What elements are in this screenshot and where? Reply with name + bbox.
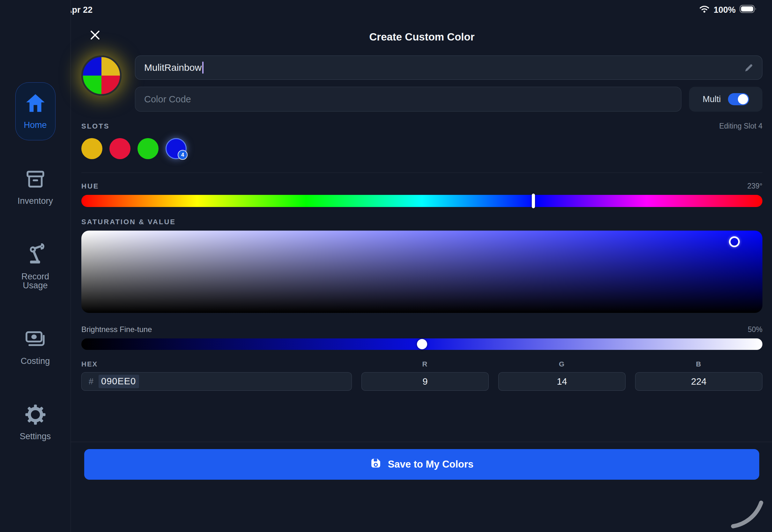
brightness-value: 50% <box>748 325 762 334</box>
brightness-label: Brightness Fine-tune <box>81 325 152 334</box>
hue-slider-thumb[interactable] <box>532 194 535 208</box>
saturation-value-indicator[interactable] <box>729 236 740 247</box>
g-value: 14 <box>557 376 567 387</box>
slot-3[interactable] <box>137 138 159 159</box>
multi-toggle-switch[interactable] <box>728 93 749 105</box>
sidebar-item-costing[interactable]: Costing <box>21 328 50 366</box>
slot-2[interactable] <box>109 138 130 159</box>
text-caret <box>202 62 204 74</box>
hex-value: 090EE0 <box>99 375 139 388</box>
b-value: 224 <box>691 376 706 387</box>
slot-1[interactable] <box>81 138 102 159</box>
section-divider <box>81 173 762 173</box>
slots-row: 4 <box>81 136 762 161</box>
save-to-my-colors-button[interactable]: Save to My Colors <box>84 449 759 480</box>
color-code-input[interactable] <box>135 87 681 112</box>
multi-color-preview <box>81 55 122 96</box>
create-custom-color-sheet: Create Custom Color MulitRainbow <box>71 17 772 391</box>
save-floppy-icon <box>370 457 382 471</box>
gear-icon <box>24 403 47 427</box>
save-button-label: Save to My Colors <box>388 459 474 470</box>
hex-input[interactable]: # 090EE0 <box>81 372 352 391</box>
b-input[interactable]: 224 <box>635 372 762 391</box>
pencil-icon <box>744 63 754 74</box>
multi-toggle-group: Multi <box>689 87 762 112</box>
battery-percent: 100% <box>714 5 736 15</box>
g-label: G <box>498 360 626 368</box>
sidebar-item-settings[interactable]: Settings <box>20 403 51 441</box>
footer-divider <box>71 442 772 442</box>
sidebar-item-inventory[interactable]: Inventory <box>18 168 53 206</box>
brightness-slider-thumb[interactable] <box>417 339 427 349</box>
slots-label: SLOTS <box>81 122 109 130</box>
sidebar-item-record-usage[interactable]: Record Usage <box>15 243 56 290</box>
archive-box-icon <box>24 168 47 192</box>
g-input[interactable]: 14 <box>498 372 626 391</box>
color-name-value: MulitRainbow <box>144 62 202 73</box>
hex-prefix: # <box>89 377 93 387</box>
robot-arm-icon <box>24 243 47 268</box>
banknote-icon <box>24 328 47 352</box>
saturation-value-label: SATURATION & VALUE <box>81 218 176 226</box>
toggle-knob <box>738 94 748 104</box>
editing-slot-label: Editing Slot 4 <box>719 122 762 130</box>
wifi-icon <box>699 5 710 15</box>
sheet-header: Create Custom Color <box>81 27 762 47</box>
sidebar: Home Inventory <box>0 0 71 532</box>
hue-value: 239° <box>747 182 762 190</box>
hue-label: HUE <box>81 182 99 190</box>
r-input[interactable]: 9 <box>361 372 489 391</box>
app-root: 21:21 Wed Apr 22 100% <box>0 0 772 532</box>
footer: Save to My Colors <box>71 442 772 480</box>
color-preview-column <box>81 55 135 112</box>
color-name-input[interactable]: MulitRainbow <box>135 55 762 80</box>
home-icon <box>25 93 46 114</box>
battery-icon <box>739 5 757 15</box>
saturation-value-panel[interactable] <box>81 231 762 313</box>
sidebar-item-label: Record Usage <box>15 272 56 290</box>
b-label: B <box>635 360 762 368</box>
sidebar-item-label: Inventory <box>18 196 53 206</box>
sidebar-item-label: Costing <box>21 357 50 366</box>
sidebar-item-home[interactable]: Home <box>15 82 56 140</box>
hex-label: HEX <box>81 360 352 368</box>
status-bar: 21:21 Wed Apr 22 100% <box>0 0 772 17</box>
slot-badge: 4 <box>178 150 188 160</box>
brightness-slider[interactable] <box>81 338 762 350</box>
sidebar-item-label: Settings <box>20 432 51 441</box>
r-value: 9 <box>422 376 427 387</box>
corner-arc-icon <box>729 498 767 530</box>
slot-4[interactable]: 4 <box>166 138 187 159</box>
r-label: R <box>361 360 489 368</box>
hue-slider[interactable] <box>81 195 762 207</box>
multi-toggle-label: Multi <box>702 94 721 104</box>
sidebar-item-label: Home <box>24 121 47 130</box>
page-title: Create Custom Color <box>81 31 762 43</box>
